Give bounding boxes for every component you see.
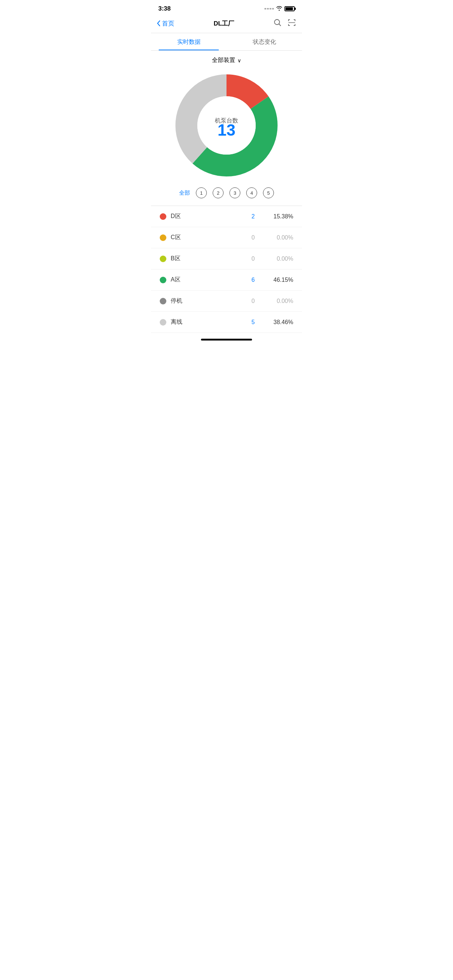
status-icons [265,6,295,12]
zone-tab-3[interactable]: 3 [230,188,240,198]
zone-tab-4[interactable]: 4 [246,188,257,198]
donut-chart: 机泵台数 13 [172,71,281,180]
table-row[interactable]: D区215.38% [151,206,302,227]
row-count: 2 [242,213,264,220]
chart-center-value: 13 [218,121,236,139]
row-count: 0 [242,298,264,304]
row-label: A区 [171,276,242,284]
nav-icons [274,18,296,29]
tab-bar: 实时数据 状态变化 [151,33,302,51]
zone-tab-5[interactable]: 5 [263,188,274,198]
row-label: C区 [171,234,242,241]
status-dot [160,234,166,241]
back-button[interactable]: 首页 [157,19,174,28]
row-count: 0 [242,234,264,241]
tab-realtime[interactable]: 实时数据 [151,33,226,50]
page-title: DL工厂 [214,19,234,28]
row-label: B区 [171,255,242,262]
data-rows: D区215.38%C区00.00%B区00.00%A区646.15%停机00.0… [151,206,302,333]
home-indicator [151,333,302,344]
table-row[interactable]: 停机00.00% [151,291,302,312]
row-percent: 0.00% [264,256,293,262]
status-dot [160,277,166,283]
tab-status-change[interactable]: 状态变化 [226,33,302,50]
row-label: D区 [171,213,242,220]
chevron-left-icon [157,21,161,26]
wifi-icon [276,6,282,12]
status-dot [160,213,166,220]
row-label: 停机 [171,297,242,305]
status-dot [160,298,166,304]
row-percent: 0.00% [264,298,293,304]
status-dot [160,319,166,326]
zone-tab-1[interactable]: 1 [196,188,207,198]
table-row[interactable]: B区00.00% [151,248,302,269]
donut-chart-container: 机泵台数 13 [151,67,302,188]
row-count: 6 [242,277,264,283]
row-count: 5 [242,319,264,326]
status-time: 3:38 [158,5,171,13]
scan-icon[interactable] [287,18,296,29]
zone-tab-bar: 全部 1 2 3 4 5 [151,188,302,205]
row-count: 0 [242,256,264,262]
row-percent: 0.00% [264,234,293,241]
table-row[interactable]: A区646.15% [151,269,302,291]
battery-icon [284,6,295,11]
signal-icon [265,8,274,10]
status-bar: 3:38 [151,0,302,15]
zone-tab-all[interactable]: 全部 [179,189,190,197]
row-percent: 46.15% [264,277,293,283]
filter-label: 全部装置 [212,57,235,64]
home-bar [201,339,252,340]
table-row[interactable]: C区00.00% [151,227,302,248]
chevron-down-icon: ∨ [238,57,241,64]
row-label: 离线 [171,318,242,326]
status-dot [160,256,166,262]
row-percent: 15.38% [264,213,293,220]
nav-bar: 首页 DL工厂 [151,15,302,33]
search-icon[interactable] [274,19,282,28]
filter-dropdown[interactable]: 全部装置 ∨ [151,51,302,67]
row-percent: 38.46% [264,319,293,326]
zone-tab-2[interactable]: 2 [213,188,223,198]
back-label: 首页 [162,19,174,28]
table-row[interactable]: 离线538.46% [151,312,302,333]
